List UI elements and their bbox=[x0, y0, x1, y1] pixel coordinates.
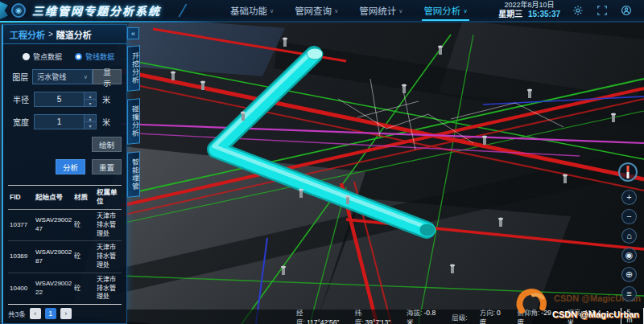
nav-item-label: 管网查询 bbox=[295, 4, 332, 17]
header-divider bbox=[168, 4, 187, 17]
time-label: 15:35:37 bbox=[528, 10, 560, 18]
table-row[interactable]: 10400WSAV2900222砼天津市排水管理处 bbox=[8, 273, 122, 305]
zoom-in-icon[interactable]: + bbox=[621, 190, 637, 205]
clock: 2022年8月10日 星期三 15:35:37 bbox=[498, 1, 560, 20]
radius-input[interactable] bbox=[35, 92, 84, 106]
status-label: 海拔: bbox=[407, 309, 422, 317]
table-cell: 10369 bbox=[10, 252, 34, 261]
chevron-down-icon: ∨ bbox=[270, 8, 274, 14]
radio-point-data[interactable]: 管点数据 bbox=[23, 51, 62, 62]
table-row[interactable]: 10377WSAV2900247砼天津市排水管理处 bbox=[8, 210, 122, 241]
step-up-icon[interactable]: ▴ bbox=[85, 92, 96, 99]
page-title: 三维管网专题分析系统 bbox=[32, 2, 161, 18]
step-up-icon[interactable]: ▴ bbox=[85, 115, 96, 121]
step-down-icon[interactable]: ▾ bbox=[85, 99, 96, 106]
fullscreen-icon[interactable] bbox=[596, 4, 609, 17]
radio-label: 管点数据 bbox=[33, 51, 62, 62]
watermark-text: CSDN @MagicUrban bbox=[552, 310, 639, 319]
column-header: 权属单位 bbox=[97, 188, 120, 207]
table-cell: 天津市排水管理处 bbox=[97, 276, 120, 301]
chevron-down-icon: ∨ bbox=[463, 8, 467, 14]
layer-label: 图层 bbox=[8, 71, 32, 83]
zoom-out-icon[interactable]: − bbox=[621, 209, 637, 224]
status-label: 纬度: bbox=[355, 309, 364, 324]
column-header: 起始点号 bbox=[35, 193, 72, 202]
radius-stepper: ▴ ▾ bbox=[34, 92, 97, 107]
header-accent bbox=[0, 2, 8, 19]
watermark: CSDN @MagicUrban bbox=[512, 282, 639, 319]
collapse-panel-button[interactable]: « bbox=[127, 27, 139, 39]
side-tab-3[interactable]: 智能埋管 bbox=[127, 151, 140, 198]
settings-icon[interactable] bbox=[572, 4, 584, 17]
column-header: 材质 bbox=[74, 193, 95, 202]
nav-item-3[interactable]: 管网统计∨ bbox=[359, 0, 402, 21]
table-cell: 砼 bbox=[74, 285, 95, 293]
status-item: 层级: bbox=[452, 312, 468, 322]
csdn-logo-icon bbox=[512, 282, 554, 319]
nav-item-2[interactable]: 管网查询∨ bbox=[295, 0, 338, 21]
radio-circle-icon bbox=[75, 53, 82, 60]
side-tab-2[interactable]: 碰撞分析 bbox=[127, 98, 140, 145]
table-cell: 砼 bbox=[74, 252, 95, 261]
compass-widget[interactable] bbox=[618, 162, 638, 182]
status-value: 117°42'56" bbox=[307, 318, 340, 324]
analyze-button[interactable]: 分析 bbox=[56, 159, 85, 174]
nav-item-1[interactable]: 基础功能∨ bbox=[230, 0, 274, 21]
locate-icon[interactable]: ◉ bbox=[621, 248, 637, 263]
app-logo-icon: ◉ bbox=[11, 3, 26, 18]
user-icon[interactable] bbox=[620, 4, 633, 17]
chevron-down-icon: ∨ bbox=[398, 8, 402, 14]
table-cell: WSAV2900287 bbox=[35, 248, 72, 266]
prev-page-button[interactable]: ‹ bbox=[30, 308, 41, 319]
table-cell: WSAV2900247 bbox=[35, 216, 72, 234]
next-page-button[interactable]: › bbox=[60, 308, 72, 319]
weekday-label: 星期三 bbox=[498, 10, 522, 18]
reset-button[interactable]: 重置 bbox=[92, 159, 122, 174]
width-unit: 米 bbox=[102, 116, 110, 128]
nav-item-4[interactable]: 管网分析∨ bbox=[423, 0, 467, 21]
data-type-radio-group: 管点数据 管线数据 bbox=[23, 51, 126, 62]
breadcrumb: 工程分析 > 隧道分析 bbox=[3, 25, 126, 44]
chevron-down-icon: ∨ bbox=[334, 8, 338, 14]
table-cell: 天津市排水管理处 bbox=[97, 212, 120, 238]
side-tab-strip: « 开挖分析碰撞分析智能埋管 bbox=[127, 27, 142, 205]
app-window: ◉ 三维管网专题分析系统 基础功能∨管网查询∨管网统计∨管网分析∨ 2022年8… bbox=[0, 0, 644, 324]
width-input[interactable] bbox=[35, 115, 84, 129]
status-item: 经度:117°42'56" bbox=[296, 307, 344, 324]
show-button[interactable]: 显示 bbox=[93, 69, 122, 84]
status-value: 39°7'13" bbox=[365, 318, 391, 324]
main-nav: 基础功能∨管网查询∨管网统计∨管网分析∨ bbox=[230, 0, 468, 21]
draw-button[interactable]: 绘制 bbox=[92, 137, 122, 152]
radio-circle-icon bbox=[23, 53, 30, 60]
status-label: 方向: bbox=[480, 309, 495, 317]
step-down-icon[interactable]: ▾ bbox=[85, 121, 96, 129]
breadcrumb-root[interactable]: 工程分析 bbox=[10, 28, 45, 41]
side-tab-1[interactable]: 开挖分析 bbox=[127, 45, 140, 92]
table-cell: 10377 bbox=[10, 221, 34, 230]
radius-label: 半径 bbox=[8, 93, 34, 105]
chevron-down-icon: ∨ bbox=[84, 74, 88, 80]
width-stepper: ▴ ▾ bbox=[34, 114, 97, 129]
radio-line-data[interactable]: 管线数据 bbox=[75, 51, 114, 62]
home-icon[interactable]: ⌂ bbox=[621, 228, 637, 244]
width-label: 宽度 bbox=[8, 116, 34, 128]
table-cell: WSAV2900222 bbox=[35, 280, 72, 297]
page-1-button[interactable]: 1 bbox=[45, 308, 56, 319]
status-label: 经度: bbox=[296, 309, 305, 324]
nav-item-label: 管网分析 bbox=[423, 4, 460, 17]
status-item: 纬度:39°7'13" bbox=[355, 307, 395, 324]
breadcrumb-separator: > bbox=[48, 30, 53, 39]
layer-select-value: 污水管线 bbox=[37, 72, 83, 82]
table-cell: 砼 bbox=[74, 221, 95, 230]
pagination: 共3条 ‹ 1 › bbox=[8, 308, 72, 319]
status-label: 层级: bbox=[452, 314, 467, 322]
total-count-label: 共3条 bbox=[8, 309, 26, 318]
table-header-row: FID起始点号材质权属单位 bbox=[8, 186, 122, 210]
table-cell: 天津市排水管理处 bbox=[97, 244, 120, 269]
table-row[interactable]: 10369WSAV2900287砼天津市排水管理处 bbox=[8, 241, 122, 273]
nav-item-label: 管网统计 bbox=[359, 4, 396, 17]
status-item: 海拔:-0.8米 bbox=[407, 307, 440, 324]
table-cell: 10400 bbox=[10, 285, 34, 293]
layer-select[interactable]: 污水管线 ∨ bbox=[32, 69, 93, 84]
globe-icon[interactable]: ⊕ bbox=[621, 267, 637, 282]
